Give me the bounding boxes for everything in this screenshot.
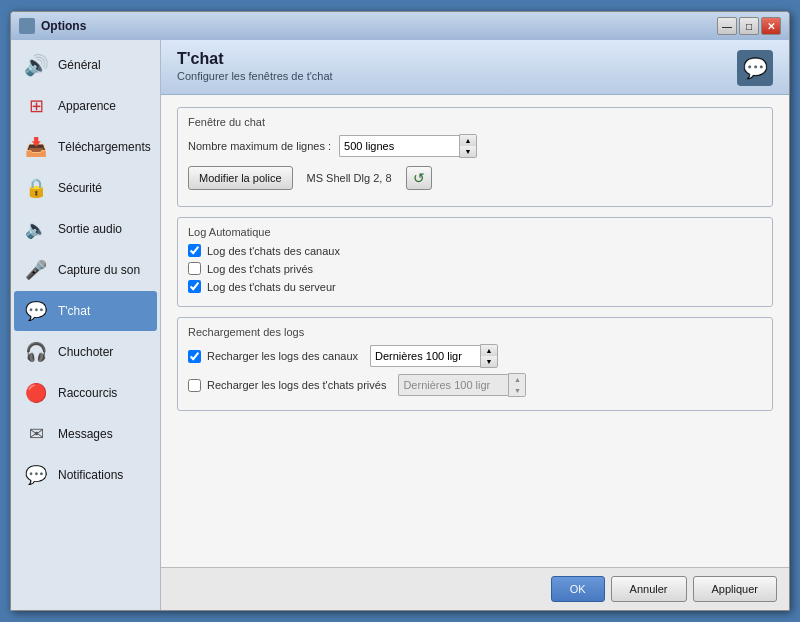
main-header: T'chat Configurer les fenêtres de t'chat…	[161, 40, 789, 95]
capture-icon: 🎤	[22, 256, 50, 284]
sidebar: 🔊 Général ⊞ Apparence 📥 Téléchargements …	[11, 40, 161, 610]
sidebar-item-whisper[interactable]: 🎧 Chuchoter	[14, 332, 157, 372]
spinbox-up-button[interactable]: ▲	[460, 135, 476, 146]
sidebar-label-security: Sécurité	[58, 181, 102, 195]
ok-button[interactable]: OK	[551, 576, 605, 602]
sidebar-label-whisper: Chuchoter	[58, 345, 113, 359]
sidebar-label-downloads: Téléchargements	[58, 140, 151, 154]
log-server-checkbox[interactable]	[188, 280, 201, 293]
log-server-row: Log des t'chats du serveur	[188, 280, 762, 293]
titlebar-controls: — □ ✕	[717, 17, 781, 35]
options-window: Options — □ ✕ 🔊 Général ⊞ Apparence 📥 Té…	[10, 11, 790, 611]
sidebar-label-shortcuts: Raccourcis	[58, 386, 117, 400]
max-lines-label: Nombre maximum de lignes :	[188, 140, 331, 152]
main-header-icon: 💬	[737, 50, 773, 86]
appearance-icon: ⊞	[22, 92, 50, 120]
font-name-display: MS Shell Dlg 2, 8	[301, 172, 398, 184]
reload-private-spinbox: ▲ ▼	[398, 373, 526, 397]
sidebar-label-tchat: T'chat	[58, 304, 90, 318]
max-lines-spinbox: ▲ ▼	[339, 134, 477, 158]
refresh-font-button[interactable]: ↺	[406, 166, 432, 190]
reload-private-up-btn[interactable]: ▲	[509, 374, 525, 385]
apply-button[interactable]: Appliquer	[693, 576, 777, 602]
close-button[interactable]: ✕	[761, 17, 781, 35]
reload-private-down-btn[interactable]: ▼	[509, 385, 525, 396]
window-title: Options	[41, 19, 86, 33]
max-lines-row: Nombre maximum de lignes : ▲ ▼	[188, 134, 762, 158]
log-channels-row: Log des t'chats des canaux	[188, 244, 762, 257]
reload-private-checkbox[interactable]	[188, 379, 201, 392]
reload-private-input[interactable]	[398, 374, 508, 396]
max-lines-input[interactable]	[339, 135, 459, 157]
main-title: T'chat	[177, 50, 333, 68]
reload-private-label: Recharger les logs des t'chats privés	[207, 379, 386, 391]
sidebar-item-audio[interactable]: 🔈 Sortie audio	[14, 209, 157, 249]
main-body: Fenêtre du chat Nombre maximum de lignes…	[161, 95, 789, 567]
reload-channels-checkbox[interactable]	[188, 350, 201, 363]
log-private-checkbox[interactable]	[188, 262, 201, 275]
general-icon: 🔊	[22, 51, 50, 79]
main-subtitle: Configurer les fenêtres de t'chat	[177, 70, 333, 82]
main-content: 🔊 Général ⊞ Apparence 📥 Téléchargements …	[11, 40, 789, 610]
log-channels-checkbox[interactable]	[188, 244, 201, 257]
notifications-icon: 💬	[22, 461, 50, 489]
window-section-title: Fenêtre du chat	[188, 116, 762, 128]
reload-channels-down-btn[interactable]: ▼	[481, 356, 497, 367]
modify-font-button[interactable]: Modifier la police	[188, 166, 293, 190]
sidebar-item-appearance[interactable]: ⊞ Apparence	[14, 86, 157, 126]
sidebar-item-tchat[interactable]: 💬 T'chat	[14, 291, 157, 331]
sidebar-label-messages: Messages	[58, 427, 113, 441]
reload-channels-label: Recharger les logs des canaux	[207, 350, 358, 362]
reload-channels-spinbox-btns: ▲ ▼	[480, 344, 498, 368]
spinbox-buttons: ▲ ▼	[459, 134, 477, 158]
messages-icon: ✉	[22, 420, 50, 448]
minimize-button[interactable]: —	[717, 17, 737, 35]
spinbox-down-button[interactable]: ▼	[460, 146, 476, 157]
reload-channels-row: Recharger les logs des canaux ▲ ▼	[188, 344, 762, 368]
sidebar-item-capture[interactable]: 🎤 Capture du son	[14, 250, 157, 290]
reload-channels-spinbox: ▲ ▼	[370, 344, 498, 368]
reload-channels-up-btn[interactable]: ▲	[481, 345, 497, 356]
window-section: Fenêtre du chat Nombre maximum de lignes…	[177, 107, 773, 207]
log-private-label: Log des t'chats privés	[207, 263, 313, 275]
sidebar-label-general: Général	[58, 58, 101, 72]
maximize-button[interactable]: □	[739, 17, 759, 35]
log-section: Log Automatique Log des t'chats des cana…	[177, 217, 773, 307]
sidebar-label-notifications: Notifications	[58, 468, 123, 482]
tchat-icon: 💬	[22, 297, 50, 325]
titlebar: Options — □ ✕	[11, 12, 789, 40]
titlebar-left: Options	[19, 18, 86, 34]
downloads-icon: 📥	[22, 133, 50, 161]
sidebar-label-audio: Sortie audio	[58, 222, 122, 236]
security-icon: 🔒	[22, 174, 50, 202]
footer: OK Annuler Appliquer	[161, 567, 789, 610]
reload-section-title: Rechargement des logs	[188, 326, 762, 338]
audio-icon: 🔈	[22, 215, 50, 243]
sidebar-item-shortcuts[interactable]: 🔴 Raccourcis	[14, 373, 157, 413]
sidebar-item-general[interactable]: 🔊 Général	[14, 45, 157, 85]
reload-private-spinbox-btns: ▲ ▼	[508, 373, 526, 397]
reload-channels-input[interactable]	[370, 345, 480, 367]
whisper-icon: 🎧	[22, 338, 50, 366]
sidebar-item-security[interactable]: 🔒 Sécurité	[14, 168, 157, 208]
log-private-row: Log des t'chats privés	[188, 262, 762, 275]
log-channels-label: Log des t'chats des canaux	[207, 245, 340, 257]
main-panel: T'chat Configurer les fenêtres de t'chat…	[161, 40, 789, 610]
cancel-button[interactable]: Annuler	[611, 576, 687, 602]
font-row: Modifier la police MS Shell Dlg 2, 8 ↺	[188, 166, 762, 190]
log-server-label: Log des t'chats du serveur	[207, 281, 336, 293]
reload-section: Rechargement des logs Recharger les logs…	[177, 317, 773, 411]
reload-private-row: Recharger les logs des t'chats privés ▲ …	[188, 373, 762, 397]
sidebar-label-appearance: Apparence	[58, 99, 116, 113]
sidebar-item-notifications[interactable]: 💬 Notifications	[14, 455, 157, 495]
sidebar-item-messages[interactable]: ✉ Messages	[14, 414, 157, 454]
window-icon	[19, 18, 35, 34]
sidebar-label-capture: Capture du son	[58, 263, 140, 277]
log-section-title: Log Automatique	[188, 226, 762, 238]
sidebar-item-downloads[interactable]: 📥 Téléchargements	[14, 127, 157, 167]
shortcuts-icon: 🔴	[22, 379, 50, 407]
